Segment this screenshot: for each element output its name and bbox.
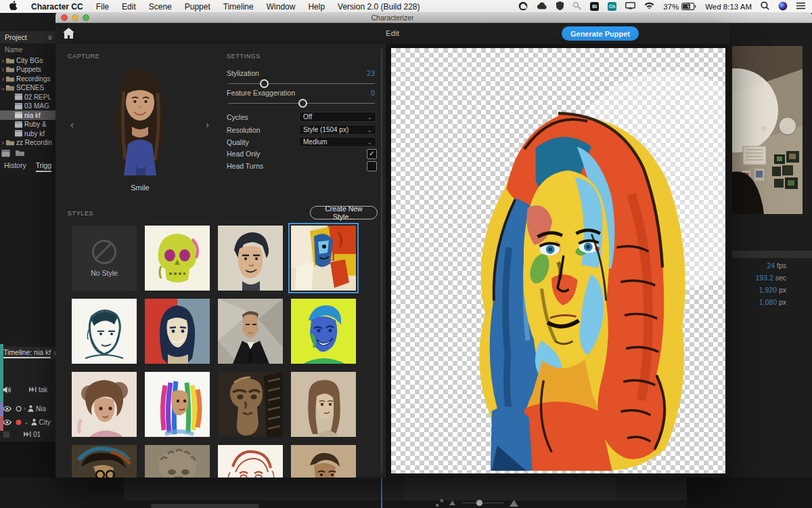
cloud-sync-icon[interactable] (537, 2, 547, 11)
timeline-zoom-slider[interactable] (461, 500, 503, 507)
window-titlebar[interactable]: Characterizer (55, 12, 812, 23)
create-new-style-button[interactable]: Create New Style... (310, 206, 378, 219)
timeline-track-nia[interactable]: › Nia (0, 402, 55, 415)
creative-cloud-icon[interactable] (518, 1, 528, 12)
new-scene-icon[interactable] (1, 150, 10, 157)
project-item-zz-recordings[interactable]: › zz Recordin (0, 138, 55, 148)
capture-next-icon[interactable]: › (206, 121, 209, 129)
menu-window[interactable]: Window (267, 2, 296, 12)
tree-chevron-icon[interactable]: ⌄ (0, 84, 6, 91)
generate-puppet-button[interactable]: Generate Puppet (562, 26, 639, 41)
stylized-portrait-preview[interactable] (391, 48, 725, 473)
quality-dropdown[interactable]: Medium ⌄ (299, 137, 376, 147)
siri-icon[interactable] (778, 1, 788, 12)
close-button[interactable] (61, 14, 68, 21)
notification-center-icon[interactable] (796, 2, 805, 11)
styles-scrollbar[interactable] (381, 48, 382, 473)
stylization-slider[interactable] (228, 83, 375, 84)
style-tile-sepia-portrait[interactable] (291, 445, 356, 478)
timeline-track-city[interactable]: ⌄ City (0, 416, 55, 428)
menu-scene[interactable]: Scene (149, 2, 172, 12)
resolution-dropdown[interactable]: Style (1504 px) ⌄ (299, 125, 376, 135)
style-tile-skull-painting[interactable] (145, 226, 210, 291)
project-item-city-bgs[interactable]: › City BGs (0, 56, 55, 65)
project-item-puppets[interactable]: › Puppets (0, 65, 55, 75)
tab-history[interactable]: History (4, 161, 26, 172)
keyframe-nav-icon[interactable] (24, 431, 31, 437)
menu-help[interactable]: Help (308, 2, 325, 12)
style-tile-no-style[interactable]: No Style (72, 226, 137, 291)
wifi-icon[interactable] (644, 2, 654, 11)
menu-puppet[interactable]: Puppet (185, 2, 210, 12)
cycles-dropdown[interactable]: Off ⌄ (299, 112, 376, 122)
playhead-line[interactable] (381, 478, 382, 508)
horizontal-scrollbar[interactable] (151, 504, 259, 508)
shield-icon[interactable] (556, 1, 564, 12)
timeline-track-take[interactable]: tak (0, 383, 55, 396)
zoom-in-icon[interactable] (510, 500, 518, 507)
style-tile-red-sketch[interactable] (218, 445, 283, 478)
new-folder-icon[interactable] (16, 150, 24, 156)
airplay-display-icon[interactable] (625, 2, 635, 11)
keyframe-nav-icon[interactable] (29, 387, 37, 392)
feature-exaggeration-slider-thumb[interactable] (298, 99, 307, 108)
tree-chevron-icon[interactable]: › (0, 66, 6, 73)
minimize-button[interactable] (72, 14, 78, 21)
project-item-recordings[interactable]: › Recordings (0, 74, 55, 83)
project-panel-menu-icon[interactable]: ≡ (48, 33, 55, 41)
timeline-track-01[interactable]: 01 (0, 428, 55, 440)
zoom-out-icon[interactable] (449, 501, 455, 505)
style-tile-neon-pop[interactable] (291, 299, 356, 364)
bi-app-badge[interactable]: BI (590, 2, 599, 11)
battery-status[interactable]: 37% (663, 3, 696, 11)
track-collapse-icon[interactable]: ⌄ (24, 419, 29, 425)
menu-version[interactable]: Version 2.0 (Build 228) (338, 2, 420, 12)
character-animator-badge[interactable]: Ch (608, 2, 616, 11)
style-tile-watercolor-child[interactable] (72, 372, 137, 437)
spotlight-search-icon[interactable] (761, 1, 769, 12)
style-tile-wood-carving[interactable] (218, 372, 283, 437)
apple-menu-icon[interactable] (9, 1, 18, 12)
style-tile-comic-portrait[interactable] (218, 226, 283, 291)
feature-exaggeration-slider[interactable] (228, 103, 375, 104)
style-tile-sepia-drawing[interactable] (291, 372, 356, 437)
project-item-scenes[interactable]: ⌄ SCENES (0, 83, 55, 93)
timeline-tab[interactable]: Timeline: nia kf (3, 348, 51, 358)
fit-timeline-icon[interactable] (436, 499, 443, 507)
zoom-slider-thumb[interactable] (476, 500, 482, 506)
menubar-clock[interactable]: Wed 8:13 AM (705, 3, 752, 11)
menu-edit[interactable]: Edit (122, 2, 136, 12)
style-tile-oil-painting[interactable] (72, 445, 137, 478)
style-tile-lowpoly-photo[interactable] (218, 299, 283, 364)
stylization-slider-thumb[interactable] (260, 79, 269, 88)
style-tile-ink-sketch[interactable] (72, 299, 137, 364)
timeline-track-lane-light (405, 478, 616, 501)
menu-timeline[interactable]: Timeline (223, 2, 254, 12)
track-expand-icon[interactable]: › (24, 405, 26, 412)
capture-prev-icon[interactable]: ‹ (70, 121, 74, 129)
style-tile-rainbow-watercolor[interactable] (145, 372, 210, 437)
puppet-icon (31, 419, 37, 425)
speaker-icon[interactable] (3, 386, 11, 394)
tree-chevron-icon[interactable]: › (0, 57, 6, 64)
menu-file[interactable]: File (96, 2, 109, 12)
eye-icon[interactable] (3, 419, 12, 425)
menu-app-name[interactable]: Character CC (31, 2, 83, 12)
style-tile-cubist-portrait[interactable] (291, 226, 356, 291)
style-tile-poster-pop[interactable] (145, 299, 210, 364)
tree-chevron-icon[interactable]: › (0, 75, 6, 83)
style-tile-stone-sculpture[interactable] (145, 445, 210, 478)
tab-triggers[interactable]: Trigg (36, 161, 52, 172)
project-tab[interactable]: Project (5, 33, 27, 41)
home-icon[interactable] (63, 28, 74, 39)
head-turns-checkbox[interactable] (367, 161, 377, 171)
record-arm-icon[interactable] (16, 406, 22, 412)
capture-photo[interactable] (106, 64, 174, 185)
record-active-icon[interactable] (16, 419, 22, 425)
key-icon[interactable] (572, 1, 581, 12)
fullscreen-button[interactable] (83, 14, 89, 21)
eye-icon[interactable] (3, 406, 12, 412)
tree-chevron-icon[interactable]: › (0, 139, 6, 146)
head-only-checkbox[interactable]: ✓ (367, 149, 377, 159)
tab-edit[interactable]: Edit (386, 29, 399, 37)
